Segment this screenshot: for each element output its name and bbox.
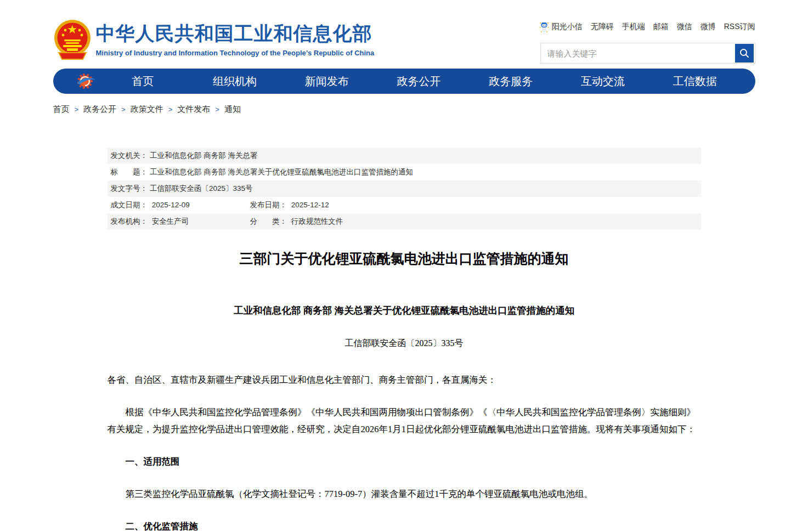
utility-link-label: 微博 <box>700 22 716 32</box>
meta-row-title: 标 题： 工业和信息化部 商务部 海关总署关于优化锂亚硫酰氯电池进出口监管措施的… <box>108 164 701 180</box>
utility-links: 阳光小信 无障碍 手机端 邮箱 微信 微博 RSS订阅 <box>540 21 755 33</box>
utility-link-label: 无障碍 <box>591 22 614 32</box>
nav-item-home[interactable]: 首页 <box>97 74 189 89</box>
site-subtitle: Ministry of Industry and Information Tec… <box>96 49 375 57</box>
breadcrumb-separator: > <box>75 105 79 114</box>
nav-item-news[interactable]: 新闻发布 <box>281 74 373 89</box>
link-mobile[interactable]: 手机端 <box>622 22 645 32</box>
meta-cell: 发布机构： 安全生产司 <box>111 217 250 227</box>
nav-item-interaction[interactable]: 互动交流 <box>557 74 649 89</box>
meta-cell: 分 类： 行政规范性文件 <box>250 217 343 227</box>
main-nav: 首页 组织机构 新闻发布 政务公开 政务服务 互动交流 工信数据 <box>53 69 755 94</box>
meta-row-dates: 成文日期： 2025-12-09 发布日期： 2025-12-12 <box>108 197 701 213</box>
breadcrumb-home[interactable]: 首页 <box>53 104 70 115</box>
link-weibo[interactable]: 微博 <box>700 22 716 32</box>
meta-label: 发文机关： <box>111 151 148 161</box>
utility-link-label: RSS订阅 <box>724 22 755 32</box>
meta-value: 2025-12-09 <box>152 201 190 209</box>
site-header: 中华人民共和国工业和信息化部 Ministry of Industry and … <box>53 0 755 64</box>
breadcrumb-notice[interactable]: 通知 <box>224 104 241 115</box>
meta-value: 工业和信息化部 商务部 海关总署 <box>150 151 258 161</box>
header-right: 阳光小信 无障碍 手机端 邮箱 微信 微博 RSS订阅 <box>540 19 755 64</box>
breadcrumb-separator: > <box>168 105 173 114</box>
nav-items: 首页 组织机构 新闻发布 政务公开 政务服务 互动交流 工信数据 <box>97 74 741 89</box>
meta-cell: 成文日期： 2025-12-09 <box>111 200 250 210</box>
article-subtitle: 工业和信息化部 商务部 海关总署关于优化锂亚硫酰氯电池进出口监管措施的通知 <box>108 304 701 317</box>
miit-gear-logo-icon <box>75 72 97 90</box>
breadcrumb: 首页 > 政务公开 > 政策文件 > 文件发布 > 通知 <box>53 104 755 115</box>
link-wechat[interactable]: 微信 <box>677 22 692 32</box>
meta-label: 分 类： <box>250 217 287 225</box>
search-button[interactable] <box>735 44 754 63</box>
brand-text: 中华人民共和国工业和信息化部 Ministry of Industry and … <box>96 19 375 57</box>
robot-mascot-icon <box>539 21 550 33</box>
document-meta-table: 发文机关： 工业和信息化部 商务部 海关总署 标 题： 工业和信息化部 商务部 … <box>108 148 701 230</box>
nav-item-organization[interactable]: 组织机构 <box>189 74 281 89</box>
article-section-heading-2: 二、优化监管措施 <box>108 518 701 532</box>
breadcrumb-policy-documents[interactable]: 政策文件 <box>131 104 163 115</box>
meta-row-doc-number: 发文字号： 工信部联安全函〔2025〕335号 <box>108 180 701 197</box>
utility-link-label: 手机端 <box>622 22 645 32</box>
meta-label: 成文日期： <box>111 201 148 209</box>
meta-value: 安全生产司 <box>152 217 189 225</box>
nav-item-gov-disclosure[interactable]: 政务公开 <box>373 74 465 89</box>
site-title: 中华人民共和国工业和信息化部 <box>96 23 375 44</box>
nav-item-miit-data[interactable]: 工信数据 <box>649 74 741 89</box>
link-rss[interactable]: RSS订阅 <box>724 22 755 32</box>
utility-link-label: 微信 <box>677 22 692 32</box>
nav-item-gov-services[interactable]: 政务服务 <box>465 74 557 89</box>
article-title: 三部门关于优化锂亚硫酰氯电池进出口监管措施的通知 <box>108 250 701 268</box>
meta-label: 发布机构： <box>111 217 148 225</box>
breadcrumb-document-release[interactable]: 文件发布 <box>177 104 210 115</box>
meta-value: 工信部联安全函〔2025〕335号 <box>150 184 253 194</box>
meta-cell: 发布日期： 2025-12-12 <box>250 200 329 210</box>
link-sunshine-xiaoxin[interactable]: 阳光小信 <box>539 21 583 33</box>
search-input[interactable] <box>541 44 735 63</box>
link-mail[interactable]: 邮箱 <box>653 22 669 32</box>
breadcrumb-separator: > <box>215 105 219 114</box>
breadcrumb-gov-disclosure[interactable]: 政务公开 <box>83 104 116 115</box>
meta-label: 标 题： <box>111 167 148 177</box>
breadcrumb-separator: > <box>121 105 126 114</box>
utility-link-label: 阳光小信 <box>552 22 583 32</box>
meta-value: 工业和信息化部 商务部 海关总署关于优化锂亚硫酰氯电池进出口监管措施的通知 <box>150 167 413 177</box>
national-emblem-icon <box>53 19 92 61</box>
search-icon <box>739 48 750 59</box>
document-area: 发文机关： 工业和信息化部 商务部 海关总署 标 题： 工业和信息化部 商务部 … <box>108 148 701 532</box>
meta-row-issuing-agency: 发文机关： 工业和信息化部 商务部 海关总署 <box>108 148 701 164</box>
meta-value: 2025-12-12 <box>291 201 329 209</box>
article-section-heading-1: 一、适用范围 <box>108 453 701 470</box>
meta-row-publisher-category: 发布机构： 安全生产司 分 类： 行政规范性文件 <box>108 213 701 230</box>
meta-label: 发文字号： <box>111 184 148 194</box>
article-paragraph: 第三类监控化学品亚硫酰氯（化学文摘社登记号：7719-09-7）灌装含量不超过1… <box>108 485 701 502</box>
article-paragraph: 根据《中华人民共和国监控化学品管理条例》《中华人民共和国两用物项出口管制条例》《… <box>108 404 701 438</box>
article-salutation: 各省、自治区、直辖市及新疆生产建设兵团工业和信息化主管部门、商务主管部门，各直属… <box>108 371 701 388</box>
article-doc-number: 工信部联安全函〔2025〕335号 <box>108 338 701 349</box>
site-logo[interactable]: 中华人民共和国工业和信息化部 Ministry of Industry and … <box>53 19 375 64</box>
search-bar <box>540 43 755 64</box>
meta-value: 行政规范性文件 <box>291 217 343 225</box>
meta-label: 发布日期： <box>250 201 287 209</box>
utility-link-label: 邮箱 <box>653 22 669 32</box>
link-accessibility[interactable]: 无障碍 <box>591 22 614 32</box>
